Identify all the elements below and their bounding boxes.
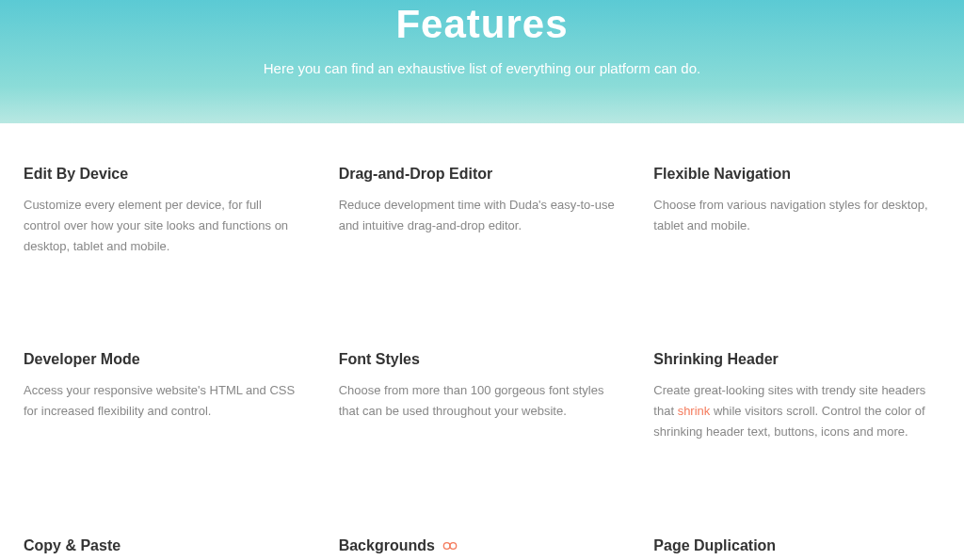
shrink-link[interactable]: shrink <box>678 404 711 418</box>
feature-copy-paste: Copy & Paste Make site-building even fas… <box>24 537 311 560</box>
feature-edit-by-device: Edit By Device Customize every element p… <box>24 166 311 257</box>
feature-title: Backgrounds <box>339 537 617 554</box>
feature-description: Access your responsive website's HTML an… <box>24 380 301 422</box>
svg-point-0 <box>443 542 450 549</box>
feature-title: Flexible Navigation <box>653 166 931 183</box>
feature-page-duplication: Page Duplication Duplicate any page on y… <box>653 537 940 560</box>
feature-title: Shrinking Header <box>653 351 931 368</box>
feature-shrinking-header: Shrinking Header Create great-looking si… <box>653 351 940 442</box>
page-subtitle: Here you can find an exhaustive list of … <box>38 60 926 76</box>
feature-description: Create great-looking sites with trendy s… <box>653 380 931 442</box>
feature-title: Font Styles <box>339 351 617 368</box>
feature-font-styles: Font Styles Choose from more than 100 go… <box>339 351 626 442</box>
feature-developer-mode: Developer Mode Access your responsive we… <box>24 351 311 442</box>
feature-title: Copy & Paste <box>24 537 301 554</box>
feature-description: Reduce development time with Duda's easy… <box>339 195 617 236</box>
feature-title: Edit By Device <box>24 166 301 183</box>
features-grid: Edit By Device Customize every element p… <box>0 123 964 560</box>
feature-flexible-navigation: Flexible Navigation Choose from various … <box>653 166 940 257</box>
hero-section: Features Here you can find an exhaustive… <box>0 0 964 123</box>
feature-title: Page Duplication <box>653 537 931 554</box>
feature-description: Customize every element per device, for … <box>24 195 301 257</box>
svg-point-1 <box>450 542 457 549</box>
feature-backgrounds: Backgrounds Create engaging websites by … <box>339 537 626 560</box>
page-title: Features <box>38 0 926 47</box>
feature-title: Developer Mode <box>24 351 301 368</box>
feature-description: Choose from various navigation styles fo… <box>653 195 931 236</box>
feature-title-text: Backgrounds <box>339 537 435 554</box>
link-icon[interactable] <box>442 540 458 552</box>
feature-drag-and-drop: Drag-and-Drop Editor Reduce development … <box>339 166 626 257</box>
feature-description: Choose from more than 100 gorgeous font … <box>339 380 617 422</box>
feature-title: Drag-and-Drop Editor <box>339 166 617 183</box>
